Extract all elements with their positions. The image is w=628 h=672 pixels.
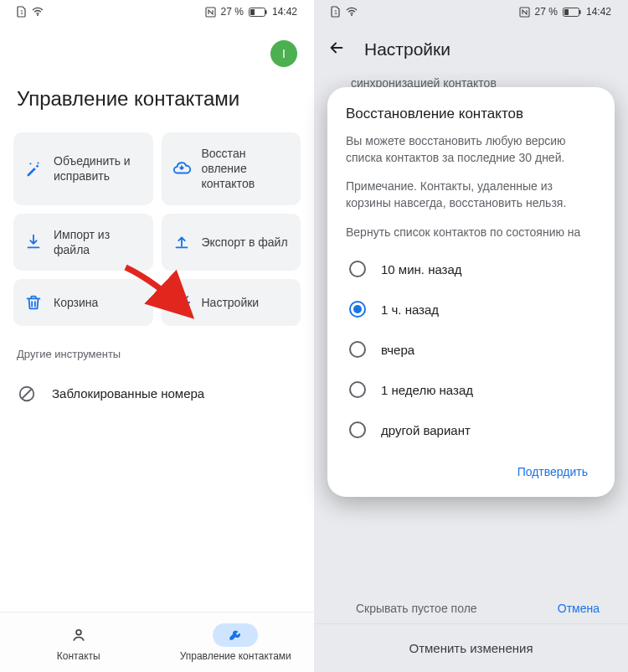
dialog-title: Восстановление контактов [346,106,596,122]
svg-text:1: 1 [334,9,337,15]
action-label: Объединить и исправить [54,153,143,184]
dialog-p1: Вы можете восстановить любую версию спис… [346,132,596,167]
undo-changes-row[interactable]: Отменить изменения [314,623,628,672]
battery-percent: 27 % [535,6,558,18]
radio-icon [349,381,366,398]
settings-button[interactable]: Настройки [162,279,301,326]
svg-point-8 [76,629,81,634]
restore-options: 10 мин. назад1 ч. назадвчера1 неделю наз… [346,249,596,450]
radio-icon [349,341,366,358]
action-label: Восстан овление контактов [202,146,291,192]
action-label: Корзина [54,295,98,310]
import-file-button[interactable]: Импорт из файла [13,214,153,271]
nfc-icon [519,7,530,18]
tab-contacts[interactable]: Контакты [0,613,157,672]
trash-icon [23,292,44,313]
radio-icon [349,421,366,438]
svg-rect-13 [579,10,581,14]
option-label: вчера [381,343,414,357]
behind-content: Скрывать пустое поле Отмена Отменить изм… [314,593,628,672]
option-label: другой вариант [381,423,471,437]
gear-icon [172,292,192,313]
trash-button[interactable]: Корзина [13,279,153,326]
blocked-numbers-row[interactable]: Заблокированные номера [0,374,314,414]
dialog-prompt: Вернуть список контактов по состоянию на [346,224,596,240]
action-label: Настройки [202,295,260,310]
tab-label: Контакты [57,650,100,662]
action-label: Импорт из файла [54,227,143,257]
nfc-icon [205,7,216,18]
upload-icon [172,232,192,252]
cloud-restore-icon [172,158,192,178]
svg-text:1: 1 [20,9,23,15]
person-icon [70,627,87,644]
sim-icon: 1 [17,6,27,18]
export-file-button[interactable]: Экспорт в файл [162,214,301,271]
block-icon [17,384,37,404]
wifi-icon [346,7,358,17]
svg-point-6 [179,300,184,305]
option-label: 10 мин. назад [381,262,462,277]
restore-option[interactable]: 10 мин. назад [346,249,596,289]
download-icon [23,232,44,252]
tab-label: Управление контактами [180,650,291,662]
clock: 14:42 [272,6,297,18]
restore-option[interactable]: 1 неделю назад [346,370,596,410]
settings-header: Настройки [314,23,628,75]
restore-option[interactable]: 1 ч. назад [346,289,596,329]
restore-dialog: Восстановление контактов Вы можете восст… [327,87,615,497]
restore-contacts-button[interactable]: Восстан овление контактов [162,132,301,205]
confirm-button[interactable]: Подтвердить [509,458,596,485]
screen-contacts-manage: 1 27 % 14:42 I Управление контактами Объ… [0,0,314,672]
bottom-nav: Контакты Управление контактами [0,612,314,672]
tab-manage[interactable]: Управление контактами [157,613,315,672]
radio-icon [349,301,366,318]
option-label: 1 ч. назад [381,302,439,317]
svg-rect-4 [265,10,267,14]
svg-point-10 [351,14,353,16]
action-grid: Объединить и исправить Восстан овление к… [0,132,314,326]
restore-option[interactable]: другой вариант [346,410,596,450]
sim-icon: 1 [331,6,341,18]
screen-settings: 1 27 % 14:42 Настройки синхронизацией ко… [314,0,628,672]
radio-icon [349,261,366,277]
battery-icon [249,8,267,17]
wifi-icon [32,7,44,17]
account-avatar[interactable]: I [270,40,297,67]
battery-percent: 27 % [221,6,244,18]
svg-rect-5 [250,9,255,15]
option-label: 1 неделю назад [381,383,473,397]
wrench-icon [227,627,244,644]
svg-rect-14 [564,9,569,15]
cancel-button[interactable]: Отмена [558,602,600,615]
wand-icon [23,158,44,178]
battery-icon [563,8,581,17]
restore-option[interactable]: вчера [346,329,596,370]
status-bar: 1 27 % 14:42 [0,0,314,23]
page-title: Управление контактами [0,75,314,132]
other-tools-label: Другие инструменты [0,326,314,374]
status-bar: 1 27 % 14:42 [314,0,628,23]
settings-title: Настройки [364,39,450,59]
action-label: Экспорт в файл [202,235,288,250]
merge-fix-button[interactable]: Объединить и исправить [13,132,153,205]
blocked-label: Заблокированные номера [52,386,204,401]
dialog-p2: Примечание. Контакты, удаленные из корзи… [346,178,596,212]
svg-point-1 [37,14,39,16]
clock: 14:42 [586,6,611,18]
hide-empty-label: Скрывать пустое поле [356,602,477,615]
back-button[interactable] [327,39,346,60]
